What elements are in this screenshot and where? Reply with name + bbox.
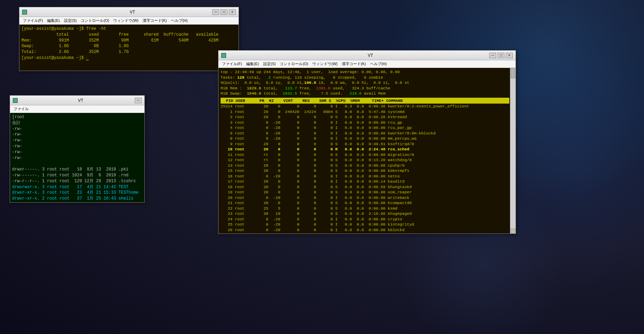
terminal-window-3: VT ─ □ × ファイル(F) 編集(E) 設定(S) コントロール(O) ウ…: [218, 50, 516, 234]
process-row-4: 4 root 0 -20 0 0 0 I 0.0 0.0 0:00.00 rcu…: [221, 125, 509, 131]
process-row-18: 18 root 20 0 0 0 0 S 0.0 0.0 0:08.59 khu…: [221, 184, 509, 190]
ls-line-14: drwxr-xr-x. 3 root root 23 4月 21 15:33 T…: [12, 190, 142, 196]
terminal-window-2: VT ─ ファイル [root 合計 -rw- -rw- -rw- -rw- -…: [10, 95, 145, 203]
maximize-btn-3[interactable]: □: [498, 53, 504, 58]
win-controls-1: ─ □ ×: [212, 9, 236, 15]
menu-file-1[interactable]: ファイル(F): [21, 17, 45, 24]
menu-file-3[interactable]: ファイル(F): [220, 61, 244, 67]
top-line5: MiB Swap: 1640.0 total, 1632.5 free, 7.5…: [221, 91, 509, 96]
menu-window-3[interactable]: ウィンドウ(W): [310, 61, 340, 67]
ls-line-5: -rw-: [12, 138, 142, 143]
window-title-2: VT: [20, 98, 142, 103]
cmd-line-4: Swap: 1.8G 0B 1.8G: [21, 43, 236, 49]
terminal-window-1: VT ─ □ × ファイル(F) 編集(E) 設定(S) コントロール(O) ウ…: [19, 7, 239, 71]
minimize-btn-1[interactable]: ─: [212, 9, 219, 15]
ls-line-16: [root@yasakuma ~]# █: [12, 202, 142, 202]
process-row-24: 24 root 0 -20 0 0 0 I 0.0 0.0 0:00.00 cr…: [221, 217, 509, 222]
menubar-1: ファイル(F) 編集(E) 設定(S) コントロール(O) ウィンドウ(W) 漢…: [19, 17, 239, 25]
cmd-line-2: total used free shared buff/cache availa…: [21, 32, 236, 38]
process-row-13: 13 root 20 0 0 0 0 S 0.0 0.0 0:00.00 cpu…: [221, 163, 509, 168]
maximize-btn-1[interactable]: □: [221, 9, 227, 15]
process-row-9: 9 root 20 0 0 0 0 S 0.0 0.0 0:49.61 ksof…: [221, 141, 509, 147]
process-row-3: 3 root 0 -20 0 0 0 I 0.0 0.0 0:00.00 rcu…: [221, 120, 509, 125]
menubar-2: ファイル: [10, 105, 144, 113]
ls-line-12: -rw-r--r--. 1 root root 129 12月 29 2013 …: [12, 178, 142, 184]
terminal-content-3: top - 22:48:49 up 244 days, 12:48, 1 use…: [218, 68, 516, 234]
ls-line-15: drwxr-xr-x. 2 root root 37 1月 25 16:43 s…: [12, 196, 142, 202]
scrollbar-thumb-3[interactable]: [511, 68, 515, 78]
process-row-12: 12 root rt 0 0 0 0 S 0.0 0.0 0:13.20 wat…: [221, 157, 509, 163]
menu-file-2[interactable]: ファイル: [11, 106, 31, 112]
ls-line-6: -rw-: [12, 143, 142, 149]
ls-line-8: -rw-: [12, 155, 142, 161]
process-row-25: 25 root 0 -20 0 0 0 I 0.0 0.0 0:00.00 ki…: [221, 222, 509, 227]
menu-edit-3[interactable]: 編集(E): [244, 61, 261, 67]
process-row-22: 22 root 25 5 0 0 0 S 0.0 0.0 0:00.00 ksm…: [221, 206, 509, 211]
process-row-25314: 25314 root 20 0 0 0 0 I 0.3 0.0 0:00.36 …: [221, 104, 509, 109]
ls-line-11: -rw-------. 1 root root 1024 9月 6 2019 .…: [12, 173, 142, 178]
cmd-line-5: Total: 2.6G 352M 1.7G: [21, 49, 236, 55]
top-line4: MiB Mem : 1829.6 total, 113.7 free, 1391…: [221, 86, 509, 91]
process-row-10: 10 root 20 0 0 0 0 R 0.0 0.0 2:24.48 rcu…: [221, 147, 509, 152]
menu-edit-1[interactable]: 編集(E): [45, 17, 62, 24]
process-row-11: 11 root rt 0 0 0 0 S 0.0 0.0 0:00.00 mig…: [221, 152, 509, 158]
top-line2: Tasks: 120 total, 2 running, 118 sleepin…: [221, 75, 509, 80]
scrollbar-down-3[interactable]: ▼: [511, 229, 515, 234]
ls-line-13: drwxrwxr-x. 3 root root 17 4月 21 14:42 T…: [12, 184, 142, 190]
ls-line-4: -rw-: [12, 132, 142, 138]
ls-line-3: -rw-: [12, 126, 142, 132]
menu-settings-1[interactable]: 設定(S): [62, 17, 79, 24]
window-title-3: VT: [228, 53, 513, 58]
menu-window-1[interactable]: ウィンドウ(W): [111, 17, 141, 24]
process-rows: 25314 root 20 0 0 0 0 I 0.3 0.0 0:00.36 …: [221, 104, 509, 234]
process-row-6: 6 root 0 -20 0 0 0 I 0.0 0.0 0:00.00 kwo…: [221, 131, 509, 136]
top-line3: %Cpu(s): 0.0 us, 0.0 sy, 0.0 ni,100.0 id…: [221, 80, 509, 86]
cmd-line-6: [your-assist@yasakuma ~]$ █: [21, 55, 236, 61]
process-row-17: 17 root 20 0 0 0 0 I 0.0 0.0 0:00.14 kau…: [221, 179, 509, 184]
cmd-line-3: Mem: 991M 352M 98M 61M 540M 428M: [21, 38, 236, 44]
close-btn-3[interactable]: ×: [506, 53, 513, 58]
top-line1: top - 22:48:49 up 244 days, 12:48, 1 use…: [221, 69, 509, 75]
minimize-btn-2[interactable]: ─: [135, 98, 142, 103]
menu-settings-3[interactable]: 設定(S): [261, 61, 278, 67]
menu-kanji-1[interactable]: 漢字コード(K): [141, 17, 169, 24]
menubar-3: ファイル(F) 編集(E) 設定(S) コントロール(O) ウィンドウ(W) 漢…: [218, 60, 516, 68]
process-row-16: 16 root 0 -20 0 0 0 I 0.0 0.0 0:00.00 ne…: [221, 174, 509, 179]
menu-control-1[interactable]: コントロール(O): [79, 17, 111, 24]
win-controls-3: ─ □ ×: [489, 53, 513, 58]
process-row-2: 2 root 20 0 0 0 0 S 0.0 0.0 0:06.26 kthr…: [221, 114, 509, 120]
minimize-btn-3[interactable]: ─: [489, 53, 496, 58]
title-icon-2: [13, 98, 18, 103]
ls-line-1: [root: [12, 114, 142, 120]
scrollbar-3[interactable]: ▼: [510, 68, 516, 234]
window-title-1: VT: [29, 10, 236, 15]
titlebar-1: VT ─ □ ×: [19, 7, 239, 17]
process-row-8: 8 root 0 -20 0 0 0 I 0.0 0.0 0:00.00 mm_…: [221, 136, 509, 141]
ls-line-7: -rw-: [12, 149, 142, 155]
process-row-21: 21 root 20 0 0 0 0 S 0.0 0.0 0:00.00 kco…: [221, 200, 509, 206]
title-icon-1: [22, 10, 27, 15]
process-row-1: 1 root 20 0 246428 14224 8984 S 0.0 0.8 …: [221, 109, 509, 115]
close-btn-1[interactable]: ×: [229, 9, 236, 15]
title-icon-3: [221, 53, 226, 58]
process-row-20: 20 root 0 -20 0 0 0 I 0.0 0.0 0:00.00 wr…: [221, 195, 509, 201]
menu-control-3[interactable]: コントロール(O): [278, 61, 310, 67]
win-controls-2: ─: [135, 98, 142, 103]
process-row-26: 26 root 0 -20 0 0 0 I 0.0 0.0 0:00.00 kb…: [221, 227, 509, 233]
process-row-15: 15 root 20 0 0 0 0 S 0.0 0.0 0:00.00 kde…: [221, 168, 509, 174]
titlebar-2: VT ─: [10, 96, 144, 105]
cmd-line-1: [your-assist@yasakuma ~]$ free -ht: [21, 26, 236, 32]
ls-line-9: [12, 161, 142, 167]
top-table-header: PID USER PR NI VIRT RES SHR S %CPU %MEM …: [221, 98, 509, 104]
process-row-23: 23 root 39 19 0 0 0 S 0.0 0.0 2:10.06 kh…: [221, 211, 509, 217]
titlebar-3: VT ─ □ ×: [218, 51, 516, 60]
terminal-content-2: [root 合計 -rw- -rw- -rw- -rw- -rw- -rw- d…: [10, 113, 144, 202]
menu-kanji-3[interactable]: 漢字コード(K): [340, 61, 368, 67]
menu-help-3[interactable]: ヘルプ(H): [368, 61, 389, 67]
process-row-19: 19 root 20 0 0 0 0 S 0.0 0.0 0:00.00 oom…: [221, 190, 509, 195]
terminal-content-1: [your-assist@yasakuma ~]$ free -ht total…: [19, 25, 239, 71]
process-row-27: 27 root 0 -20 0 0 0 I 0.0 0.0 0:00.00 md: [221, 232, 509, 234]
ls-line-2: 合計: [12, 120, 142, 126]
ls-line-10: drwxr-----. 3 root root 18 8月 13 2019 .p…: [12, 167, 142, 173]
menu-help-1[interactable]: ヘルプ(H): [169, 17, 190, 24]
